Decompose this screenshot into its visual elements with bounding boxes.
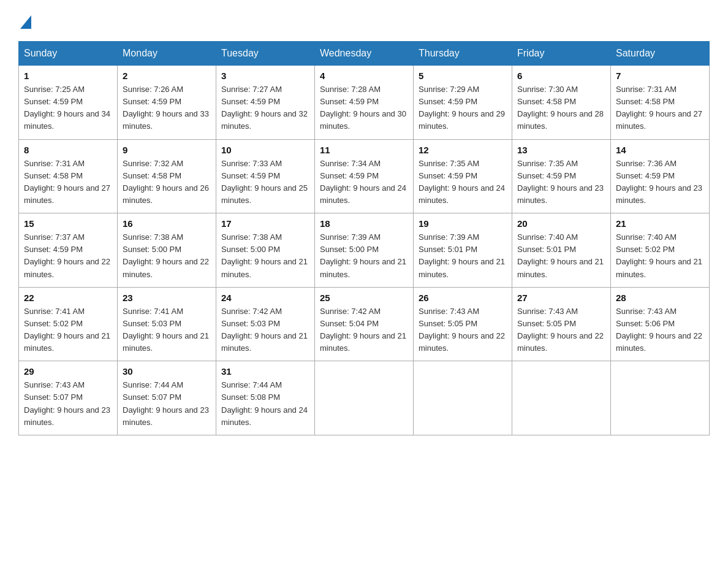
day-info: Sunrise: 7:40 AMSunset: 5:01 PMDaylight:… — [517, 232, 604, 278]
logo — [18, 12, 31, 29]
day-info: Sunrise: 7:44 AMSunset: 5:08 PMDaylight:… — [221, 380, 308, 426]
day-number: 25 — [320, 293, 408, 303]
day-number: 14 — [616, 145, 704, 155]
day-info: Sunrise: 7:27 AMSunset: 4:59 PMDaylight:… — [221, 85, 308, 131]
day-info: Sunrise: 7:28 AMSunset: 4:59 PMDaylight:… — [320, 85, 406, 131]
calendar-cell: 29 Sunrise: 7:43 AMSunset: 5:07 PMDaylig… — [19, 361, 118, 435]
day-info: Sunrise: 7:43 AMSunset: 5:05 PMDaylight:… — [517, 307, 604, 353]
calendar-week-row: 15 Sunrise: 7:37 AMSunset: 4:59 PMDaylig… — [19, 213, 710, 288]
weekday-header-sunday: Sunday — [19, 42, 118, 66]
calendar-cell: 27 Sunrise: 7:43 AMSunset: 5:05 PMDaylig… — [512, 287, 611, 361]
day-number: 2 — [123, 71, 211, 81]
calendar-cell: 15 Sunrise: 7:37 AMSunset: 4:59 PMDaylig… — [19, 213, 118, 288]
day-info: Sunrise: 7:43 AMSunset: 5:07 PMDaylight:… — [24, 380, 110, 426]
day-number: 11 — [320, 145, 408, 155]
day-info: Sunrise: 7:35 AMSunset: 4:59 PMDaylight:… — [419, 159, 505, 205]
calendar-cell: 26 Sunrise: 7:43 AMSunset: 5:05 PMDaylig… — [414, 287, 512, 361]
calendar-cell: 25 Sunrise: 7:42 AMSunset: 5:04 PMDaylig… — [315, 287, 414, 361]
day-info: Sunrise: 7:39 AMSunset: 5:00 PMDaylight:… — [320, 232, 406, 278]
day-number: 24 — [221, 293, 309, 303]
calendar-cell: 2 Sunrise: 7:26 AMSunset: 4:59 PMDayligh… — [118, 66, 216, 140]
calendar-cell: 23 Sunrise: 7:41 AMSunset: 5:03 PMDaylig… — [118, 287, 216, 361]
calendar-week-row: 8 Sunrise: 7:31 AMSunset: 4:58 PMDayligh… — [19, 139, 710, 213]
day-number: 13 — [517, 145, 605, 155]
day-info: Sunrise: 7:38 AMSunset: 5:00 PMDaylight:… — [221, 232, 308, 278]
day-number: 19 — [419, 218, 507, 229]
day-number: 27 — [517, 293, 605, 303]
weekday-header-tuesday: Tuesday — [216, 42, 315, 66]
calendar-cell: 19 Sunrise: 7:39 AMSunset: 5:01 PMDaylig… — [414, 213, 512, 288]
day-number: 30 — [123, 366, 211, 377]
calendar-cell: 1 Sunrise: 7:25 AMSunset: 4:59 PMDayligh… — [19, 66, 118, 140]
calendar-cell — [512, 361, 611, 435]
day-info: Sunrise: 7:38 AMSunset: 5:00 PMDaylight:… — [123, 232, 209, 278]
day-info: Sunrise: 7:37 AMSunset: 4:59 PMDaylight:… — [24, 232, 110, 278]
day-number: 3 — [221, 71, 309, 81]
day-number: 17 — [221, 218, 309, 229]
day-number: 23 — [123, 293, 211, 303]
weekday-header-saturday: Saturday — [611, 42, 710, 66]
weekday-header-monday: Monday — [118, 42, 216, 66]
day-number: 1 — [24, 71, 112, 81]
day-number: 5 — [419, 71, 507, 81]
day-number: 15 — [24, 218, 112, 229]
calendar-body: 1 Sunrise: 7:25 AMSunset: 4:59 PMDayligh… — [19, 66, 710, 435]
calendar-cell: 24 Sunrise: 7:42 AMSunset: 5:03 PMDaylig… — [216, 287, 315, 361]
calendar-cell: 22 Sunrise: 7:41 AMSunset: 5:02 PMDaylig… — [19, 287, 118, 361]
day-number: 22 — [24, 293, 112, 303]
day-number: 20 — [517, 218, 605, 229]
day-number: 31 — [221, 366, 309, 377]
calendar-cell — [611, 361, 710, 435]
day-number: 29 — [24, 366, 112, 377]
day-info: Sunrise: 7:33 AMSunset: 4:59 PMDaylight:… — [221, 159, 308, 205]
day-info: Sunrise: 7:39 AMSunset: 5:01 PMDaylight:… — [419, 232, 505, 278]
calendar-cell: 31 Sunrise: 7:44 AMSunset: 5:08 PMDaylig… — [216, 361, 315, 435]
day-info: Sunrise: 7:34 AMSunset: 4:59 PMDaylight:… — [320, 159, 406, 205]
calendar-cell: 11 Sunrise: 7:34 AMSunset: 4:59 PMDaylig… — [315, 139, 414, 213]
calendar-cell: 17 Sunrise: 7:38 AMSunset: 5:00 PMDaylig… — [216, 213, 315, 288]
calendar-cell: 5 Sunrise: 7:29 AMSunset: 4:59 PMDayligh… — [414, 66, 512, 140]
calendar-cell: 28 Sunrise: 7:43 AMSunset: 5:06 PMDaylig… — [611, 287, 710, 361]
page-header — [18, 12, 710, 29]
day-info: Sunrise: 7:41 AMSunset: 5:03 PMDaylight:… — [123, 307, 209, 353]
day-info: Sunrise: 7:35 AMSunset: 4:59 PMDaylight:… — [517, 159, 604, 205]
day-info: Sunrise: 7:32 AMSunset: 4:58 PMDaylight:… — [123, 159, 209, 205]
calendar-cell: 8 Sunrise: 7:31 AMSunset: 4:58 PMDayligh… — [19, 139, 118, 213]
day-number: 9 — [123, 145, 211, 155]
day-number: 6 — [517, 71, 605, 81]
calendar-table: SundayMondayTuesdayWednesdayThursdayFrid… — [18, 41, 710, 435]
day-number: 16 — [123, 218, 211, 229]
calendar-cell: 18 Sunrise: 7:39 AMSunset: 5:00 PMDaylig… — [315, 213, 414, 288]
day-info: Sunrise: 7:42 AMSunset: 5:03 PMDaylight:… — [221, 307, 308, 353]
day-number: 4 — [320, 71, 408, 81]
calendar-cell — [315, 361, 414, 435]
day-number: 28 — [616, 293, 704, 303]
calendar-week-row: 1 Sunrise: 7:25 AMSunset: 4:59 PMDayligh… — [19, 66, 710, 140]
calendar-week-row: 29 Sunrise: 7:43 AMSunset: 5:07 PMDaylig… — [19, 361, 710, 435]
calendar-cell: 3 Sunrise: 7:27 AMSunset: 4:59 PMDayligh… — [216, 66, 315, 140]
calendar-cell: 30 Sunrise: 7:44 AMSunset: 5:07 PMDaylig… — [118, 361, 216, 435]
calendar-cell: 9 Sunrise: 7:32 AMSunset: 4:58 PMDayligh… — [118, 139, 216, 213]
day-info: Sunrise: 7:36 AMSunset: 4:59 PMDaylight:… — [616, 159, 702, 205]
calendar-cell — [414, 361, 512, 435]
calendar-cell: 6 Sunrise: 7:30 AMSunset: 4:58 PMDayligh… — [512, 66, 611, 140]
day-info: Sunrise: 7:42 AMSunset: 5:04 PMDaylight:… — [320, 307, 406, 353]
weekday-header-wednesday: Wednesday — [315, 42, 414, 66]
calendar-cell: 7 Sunrise: 7:31 AMSunset: 4:58 PMDayligh… — [611, 66, 710, 140]
day-info: Sunrise: 7:41 AMSunset: 5:02 PMDaylight:… — [24, 307, 110, 353]
day-number: 8 — [24, 145, 112, 155]
weekday-header-thursday: Thursday — [414, 42, 512, 66]
calendar-cell: 4 Sunrise: 7:28 AMSunset: 4:59 PMDayligh… — [315, 66, 414, 140]
day-info: Sunrise: 7:44 AMSunset: 5:07 PMDaylight:… — [123, 380, 209, 426]
day-info: Sunrise: 7:25 AMSunset: 4:59 PMDaylight:… — [24, 85, 110, 131]
calendar-cell: 14 Sunrise: 7:36 AMSunset: 4:59 PMDaylig… — [611, 139, 710, 213]
day-info: Sunrise: 7:26 AMSunset: 4:59 PMDaylight:… — [123, 85, 209, 131]
day-info: Sunrise: 7:43 AMSunset: 5:05 PMDaylight:… — [419, 307, 505, 353]
day-number: 12 — [419, 145, 507, 155]
day-info: Sunrise: 7:43 AMSunset: 5:06 PMDaylight:… — [616, 307, 702, 353]
day-number: 7 — [616, 71, 704, 81]
weekday-header-friday: Friday — [512, 42, 611, 66]
calendar-cell: 13 Sunrise: 7:35 AMSunset: 4:59 PMDaylig… — [512, 139, 611, 213]
day-number: 18 — [320, 218, 408, 229]
weekday-header-row: SundayMondayTuesdayWednesdayThursdayFrid… — [19, 42, 710, 66]
